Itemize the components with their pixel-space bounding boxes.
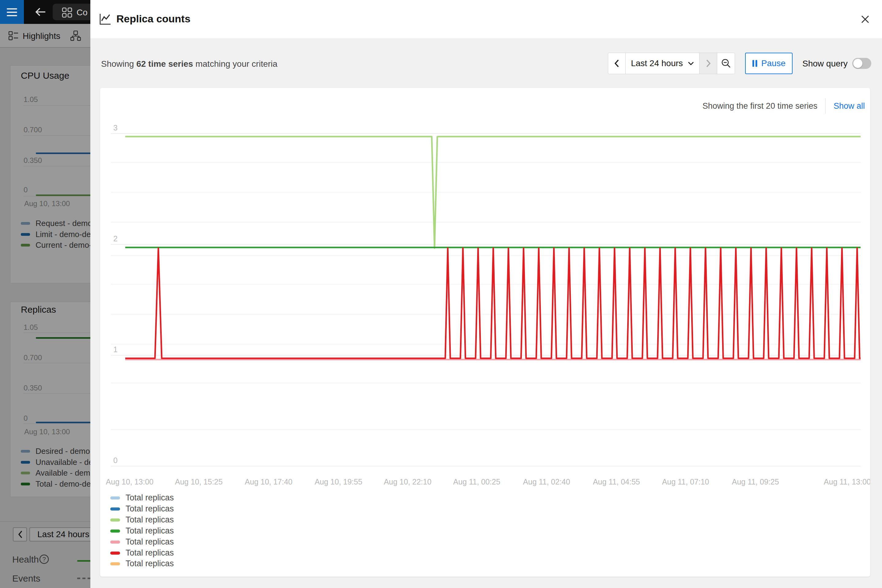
svg-text:1: 1	[113, 345, 118, 354]
chart-card: Showing the first 20 time series Show al…	[100, 88, 870, 577]
chevron-down-icon	[688, 61, 694, 66]
pause-button[interactable]: Pause	[745, 52, 793, 74]
legend-swatch	[110, 562, 120, 566]
hamburger-icon	[7, 8, 17, 9]
prev-range-button[interactable]	[608, 53, 626, 74]
legend-swatch	[110, 530, 120, 532]
svg-text:Aug 11, 02:40: Aug 11, 02:40	[523, 477, 570, 486]
range-dropdown[interactable]: Last 24 hours	[626, 53, 699, 74]
legend-label: Total replicas	[126, 515, 174, 525]
svg-text:Aug 11, 13:00: Aug 11, 13:00	[824, 477, 870, 486]
summary-prefix: Showing	[101, 59, 136, 69]
next-range-button[interactable]	[699, 53, 717, 74]
range-label: Last 24 hours	[631, 58, 683, 68]
legend-label: Total replicas	[126, 559, 174, 568]
svg-text:Aug 10, 15:25: Aug 10, 15:25	[175, 477, 223, 486]
time-range-control-group: Last 24 hours	[608, 52, 735, 74]
grid-icon	[62, 8, 72, 18]
legend-swatch	[110, 519, 120, 522]
background-page: Co Highlights CPU Usage 1.05 0.70	[0, 0, 90, 588]
summary-suffix: matching your criteria	[193, 59, 277, 69]
svg-text:Aug 11, 09:25: Aug 11, 09:25	[732, 477, 779, 486]
legend-label: Total replicas	[126, 504, 174, 514]
legend-swatch	[110, 507, 120, 510]
legend-swatch	[110, 552, 120, 555]
nav-toggle-button[interactable]	[0, 0, 24, 24]
show-query-toggle[interactable]	[852, 58, 871, 69]
svg-text:Aug 11, 00:25: Aug 11, 00:25	[453, 477, 500, 486]
summary-count: 62 time series	[136, 59, 193, 69]
legend-swatch	[110, 540, 120, 544]
zoom-out-icon	[721, 58, 731, 69]
svg-text:Aug 10, 17:40: Aug 10, 17:40	[245, 477, 292, 486]
svg-text:Aug 10, 22:10: Aug 10, 22:10	[384, 477, 432, 486]
legend-label: Total replicas	[126, 548, 174, 558]
legend-swatch	[110, 496, 120, 500]
svg-text:Aug 11, 04:55: Aug 11, 04:55	[593, 477, 640, 486]
toggle-knob	[853, 59, 862, 68]
svg-text:0: 0	[113, 456, 118, 465]
replica-counts-modal: Replica counts Showing 62 time series ma…	[90, 0, 882, 588]
back-arrow-icon[interactable]	[34, 6, 46, 18]
modal-backdrop-scrim[interactable]	[0, 24, 90, 588]
pause-label: Pause	[761, 58, 786, 68]
pause-icon	[752, 60, 758, 67]
app-switcher-label: Co	[76, 8, 88, 18]
series-count-summary: Showing 62 time series matching your cri…	[101, 59, 278, 69]
screen: Co Highlights CPU Usage 1.05 0.70	[0, 0, 882, 588]
svg-text:Aug 10, 13:00: Aug 10, 13:00	[106, 477, 154, 486]
modal-title: Replica counts	[116, 13, 190, 25]
legend-label: Total replicas	[126, 493, 174, 502]
masthead: Co	[0, 0, 90, 24]
legend-label: Total replicas	[126, 526, 174, 536]
modal-header: Replica counts	[90, 0, 882, 38]
svg-text:2: 2	[113, 234, 118, 243]
svg-text:Aug 10, 19:55: Aug 10, 19:55	[315, 477, 362, 486]
trend-chart-icon	[98, 12, 111, 26]
replica-counts-chart: 3210Aug 10, 13:00Aug 10, 15:25Aug 10, 17…	[100, 88, 870, 577]
app-switcher-button[interactable]: Co	[52, 4, 90, 20]
svg-text:Aug 11, 07:10: Aug 11, 07:10	[662, 477, 709, 486]
show-query-label: Show query	[802, 59, 848, 69]
zoom-out-button[interactable]	[717, 53, 735, 74]
close-icon[interactable]	[860, 14, 870, 24]
svg-text:3: 3	[113, 123, 118, 132]
legend-label: Total replicas	[126, 537, 174, 547]
